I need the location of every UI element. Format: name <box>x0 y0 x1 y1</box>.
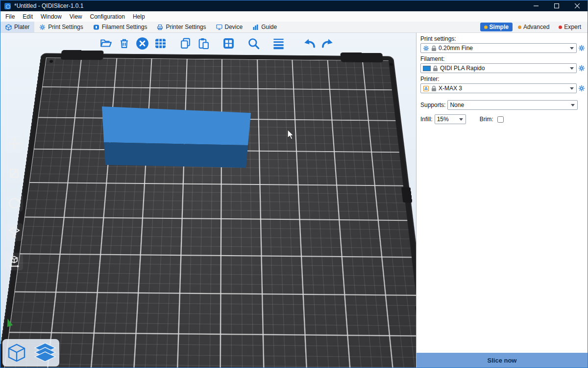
supports-row: Supports: None <box>420 100 587 110</box>
chevron-down-icon <box>570 67 574 70</box>
mode-simple[interactable]: Simple <box>480 23 513 31</box>
delete-button[interactable] <box>117 35 131 51</box>
arrange-button[interactable] <box>153 35 168 51</box>
expert-dot-icon <box>559 26 562 29</box>
advanced-dot-icon <box>518 26 521 29</box>
mode-advanced[interactable]: Advanced <box>514 23 553 31</box>
layers-stack-icon <box>33 342 57 364</box>
menu-file[interactable]: File <box>1 12 19 21</box>
gear-icon <box>578 65 585 72</box>
maximize-button[interactable] <box>546 0 567 11</box>
infill-select[interactable]: 15% <box>435 114 466 124</box>
search-button[interactable] <box>246 35 261 51</box>
simple-dot-icon <box>484 26 488 29</box>
tab-plater[interactable]: Plater <box>0 22 34 32</box>
measure-gizmo-button[interactable] <box>5 253 23 270</box>
arrange-grid-icon <box>154 37 167 50</box>
close-button[interactable] <box>567 0 588 11</box>
menu-help[interactable]: Help <box>129 12 149 21</box>
place-on-face-gizmo-button[interactable] <box>5 223 23 241</box>
plater-toolbar <box>98 35 335 51</box>
redo-button[interactable] <box>320 35 335 51</box>
menu-edit[interactable]: Edit <box>19 12 37 21</box>
tab-label: Print Settings <box>48 24 83 30</box>
lock-icon <box>431 45 437 52</box>
filament-spool-icon <box>93 24 99 30</box>
copy-icon <box>179 37 192 50</box>
scale-gizmo-button[interactable] <box>5 164 23 182</box>
tab-print-settings[interactable]: Print Settings <box>34 22 88 32</box>
viewport-3d[interactable] <box>0 33 416 368</box>
undo-arrow-icon <box>302 36 317 51</box>
mode-switcher: Simple Advanced Expert <box>480 22 588 32</box>
bed-clip <box>401 187 412 203</box>
move-arrows-icon <box>8 137 21 150</box>
printer-label: Printer: <box>420 76 588 82</box>
minimize-button[interactable] <box>526 0 546 11</box>
gear-icon <box>578 85 585 92</box>
bed-handle-right <box>340 53 383 62</box>
tab-printer-settings[interactable]: Printer Settings <box>152 22 211 32</box>
printer-gear-button[interactable] <box>577 85 587 92</box>
redo-arrow-icon <box>320 36 335 51</box>
filament-row: QIDI PLA Rapido <box>420 63 587 73</box>
wireframe-cube-icon <box>6 342 27 364</box>
move-gizmo-button[interactable] <box>5 135 23 153</box>
app-logo-icon <box>4 3 11 9</box>
view-mode-toolbar <box>2 339 59 367</box>
supports-select[interactable]: None <box>447 100 578 110</box>
filament-value: QIDI PLA Rapido <box>440 65 568 72</box>
tab-device[interactable]: Device <box>211 22 248 32</box>
place-on-face-icon <box>8 226 21 238</box>
bar-chart-icon <box>252 24 259 30</box>
filament-color-swatch <box>423 66 431 71</box>
menu-view[interactable]: View <box>66 12 86 21</box>
gear-icon <box>423 45 429 52</box>
tab-filament-settings[interactable]: Filament Settings <box>88 22 152 32</box>
print-settings-gear-button[interactable] <box>577 45 587 52</box>
print-settings-label: Print settings: <box>420 35 588 42</box>
copy-button[interactable] <box>178 35 193 51</box>
menu-configuration[interactable]: Configuration <box>86 12 129 21</box>
app-window: *Untitled - QIDISlicer-1.0.1 File Edit W… <box>0 0 588 368</box>
menu-window[interactable]: Window <box>37 12 66 21</box>
variable-layer-height-button[interactable] <box>271 35 286 51</box>
open-folder-button[interactable] <box>98 35 113 51</box>
mode-expert[interactable]: Expert <box>555 23 585 31</box>
tab-label: Plater <box>14 24 29 30</box>
filament-select[interactable]: QIDI PLA Rapido <box>420 63 577 73</box>
infill-value: 15% <box>437 116 457 123</box>
supports-label: Supports: <box>420 102 445 108</box>
lock-icon <box>431 85 437 92</box>
mode-label: Expert <box>564 24 581 30</box>
filament-gear-button[interactable] <box>577 65 587 72</box>
monitor-icon <box>216 24 222 30</box>
paste-button[interactable] <box>196 35 211 51</box>
measure-icon <box>8 255 21 268</box>
split-instances-icon <box>222 37 235 50</box>
undo-button[interactable] <box>302 35 317 51</box>
tab-label: Filament Settings <box>102 24 147 30</box>
split-instances-button[interactable] <box>221 35 236 51</box>
gizmo-toolbar <box>5 135 23 270</box>
slice-now-button[interactable]: Slice now <box>416 353 588 368</box>
print-settings-select[interactable]: 0.20mm Fine <box>420 43 577 53</box>
bed-screw <box>49 60 53 63</box>
layers-preview-button[interactable] <box>32 340 58 366</box>
rotate-gizmo-button[interactable] <box>5 194 23 211</box>
settings-sidebar: Print settings: 0.20mm Fine Filament: QI… <box>416 33 588 368</box>
delete-all-button[interactable] <box>135 35 149 51</box>
brim-checkbox[interactable] <box>497 116 504 123</box>
tab-label: Printer Settings <box>166 24 206 30</box>
editor-3d-view-button[interactable] <box>4 340 29 366</box>
main-area: Print settings: 0.20mm Fine Filament: QI… <box>0 33 588 368</box>
printer-value: X-MAX 3 <box>439 85 568 92</box>
printer-select[interactable]: X-MAX 3 <box>420 83 577 93</box>
scale-icon <box>8 167 21 180</box>
filament-label: Filament: <box>420 55 588 62</box>
rotate-arrow-icon <box>8 196 21 209</box>
tab-guide[interactable]: Guide <box>247 22 282 32</box>
print-settings-row: 0.20mm Fine <box>420 43 587 53</box>
chevron-down-icon <box>459 118 463 121</box>
printer-icon <box>157 24 163 30</box>
